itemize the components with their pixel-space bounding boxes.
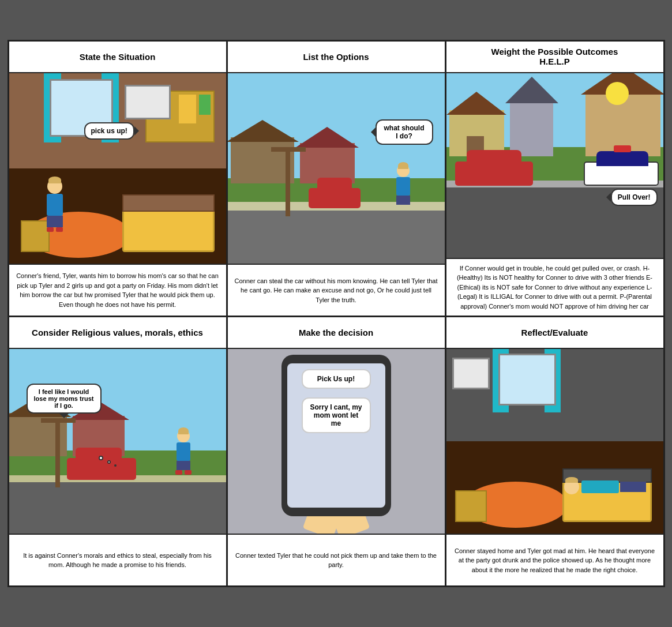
bubble-dot-3: [114, 464, 117, 467]
char-shoe-left-v: [175, 470, 182, 475]
reflect-whiteboard: [452, 358, 490, 389]
reflect-window: [498, 354, 556, 406]
char-shoes-1: [47, 227, 63, 232]
char-hair-1: [48, 177, 61, 183]
cell-decision: Make the decision Pick Us up! Sorry I ca…: [228, 317, 446, 585]
lying-pants: [620, 482, 646, 492]
red-car-top: [467, 150, 521, 165]
row-2: Consider Religious values, morals, ethic…: [9, 317, 663, 585]
caption-values: It is against Conner's morals and ethics…: [9, 534, 226, 585]
police-light: [614, 145, 631, 152]
cell-state-situation: State the Situation: [9, 42, 228, 316]
lying-body: [581, 480, 619, 493]
char-shoes-v: [175, 470, 192, 475]
road-2: [9, 478, 226, 534]
suburb-1: [449, 110, 504, 156]
reflect-nightstand: [455, 490, 487, 522]
bedroom-scene: pick us up!: [9, 73, 226, 264]
pole-2: [55, 418, 60, 487]
caption-decision: Conner texted Tyler that he could not pi…: [228, 534, 445, 585]
char-head-s: [397, 164, 410, 177]
utility-pole: [286, 147, 290, 216]
car-red: [309, 188, 361, 208]
bedroom-headboard: [122, 194, 215, 212]
header-reflect: Reflect/Evaluate: [446, 317, 663, 349]
police-scene: Pull Over!: [446, 73, 663, 258]
speech-bubble-3: Pull Over!: [611, 189, 658, 206]
phone-device: Pick Us up! Sorry I cant, my mom wont le…: [281, 355, 391, 516]
char-pants-s: [396, 196, 410, 205]
lying-head: [564, 479, 579, 494]
scene-phone-image: Pick Us up! Sorry I cant, my mom wont le…: [228, 349, 445, 534]
values-scene: I feel like I would lose my moms trust i…: [9, 349, 226, 534]
header-decision: Make the decision: [228, 317, 445, 349]
pole-2-top: [41, 418, 76, 423]
char-hair-s: [398, 162, 408, 169]
scene-police-image: Pull Over!: [446, 73, 663, 258]
char-body-1: [47, 194, 63, 216]
street-scene: what should I do?: [228, 73, 445, 264]
cell-list-options: List the Options: [228, 42, 446, 316]
character-values: [175, 430, 192, 475]
shelf-item-1: [179, 95, 196, 123]
police-car: [584, 162, 659, 186]
bubble-dot-2: [107, 460, 111, 464]
speech-bubble-2: what should I do?: [376, 119, 433, 145]
caption-reflect: Conner stayed home and Tyler got mad at …: [446, 534, 663, 585]
cell-values: Consider Religious values, morals, ethic…: [9, 317, 228, 585]
msg-received: Pick Us up!: [302, 369, 371, 389]
car-red-top: [317, 178, 352, 190]
char-shoe-right-v: [185, 470, 192, 475]
char-pants-1: [47, 216, 63, 227]
scene-reflect-image: [446, 349, 663, 534]
header-values: Consider Religious values, morals, ethic…: [9, 317, 226, 349]
cell-weight-outcomes: Weight the Possible Outcomes H.E.L.P: [446, 42, 663, 316]
scene-street-image: what should I do?: [228, 73, 445, 264]
msg-sent: Sorry I cant, my mom wont let me: [302, 397, 371, 433]
red-car-police: [455, 162, 533, 186]
char-shoe-right-1: [56, 227, 63, 232]
suburb-2-roof: [505, 77, 558, 103]
person-on-bed: [564, 479, 646, 494]
speech-bubble-1: pick us up!: [84, 122, 134, 140]
char-body-v: [177, 442, 190, 461]
char-shoe-left-1: [47, 227, 54, 232]
house-1-roof: [228, 120, 299, 142]
car-values: [67, 458, 136, 480]
char-hair-v: [178, 427, 189, 434]
street-road: [228, 207, 445, 264]
char-head-1: [47, 179, 62, 194]
house-2-roof: [295, 127, 359, 148]
bubble-dot-1: [99, 456, 103, 460]
caption-list-options: Conner can steal the car without his mom…: [228, 264, 445, 316]
phone-screen: Pick Us up! Sorry I cant, my mom wont le…: [287, 363, 385, 508]
police-car-top: [596, 151, 648, 166]
sun: [606, 82, 629, 105]
lying-hair: [565, 477, 578, 483]
reflect-scene: [446, 349, 663, 534]
pole-top: [271, 147, 306, 152]
bedroom-nightstand: [21, 220, 50, 252]
char-pants-v: [177, 461, 190, 470]
char-body-s: [396, 177, 410, 196]
row-1: State the Situation: [9, 42, 663, 318]
header-state-situation: State the Situation: [9, 42, 226, 73]
storyboard: State the Situation: [7, 40, 665, 588]
header-list-options: List the Options: [228, 42, 445, 73]
header-weight-outcomes: Weight the Possible Outcomes H.E.L.P: [446, 42, 663, 73]
scene-values-image: I feel like I would lose my moms trust i…: [9, 349, 226, 534]
caption-weight-outcomes: If Conner would get in trouble, he could…: [446, 258, 663, 316]
character-street: [396, 164, 410, 205]
caption-state-situation: Conner's friend, Tyler, wants him to bor…: [9, 264, 226, 316]
cell-reflect: Reflect/Evaluate: [446, 317, 663, 585]
character-conner-1: [47, 179, 63, 232]
thought-bubble-values: I feel like I would lose my moms trust i…: [27, 384, 102, 414]
scene-bedroom-image: pick us up!: [9, 73, 226, 264]
suburb-2: [510, 99, 553, 156]
shelf-item-2: [199, 95, 211, 115]
phone-scene: Pick Us up! Sorry I cant, my mom wont le…: [228, 349, 445, 534]
char-head-v: [177, 430, 190, 442]
whiteboard: [125, 85, 171, 119]
suburb-1-roof: [446, 92, 506, 115]
house-1: [231, 137, 294, 183]
